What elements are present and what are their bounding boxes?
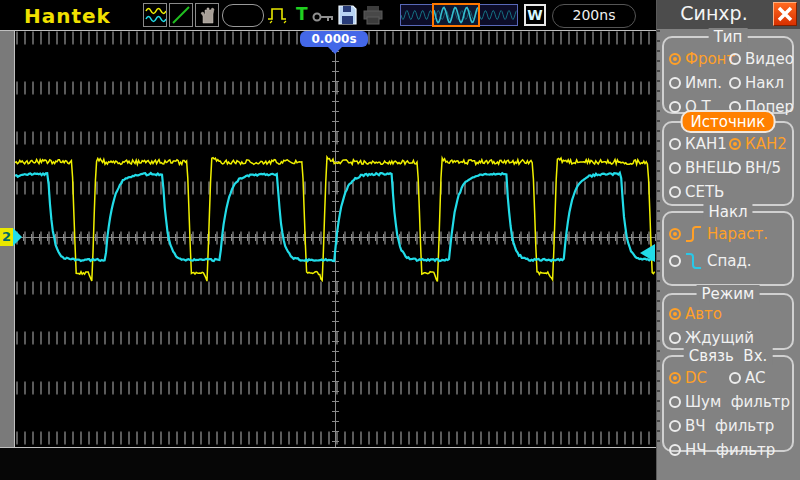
panel-title: Синхр. [657,2,771,24]
radio-icon [669,138,681,150]
section-slope-legend: Накл [703,203,752,221]
radio-icon [669,396,681,408]
close-icon[interactable] [773,2,797,26]
option-video[interactable]: Видео [729,48,794,69]
radio-icon [729,372,741,384]
radio-icon [729,53,741,65]
panel-header: Синхр. [657,0,800,29]
radio-icon [669,332,681,344]
horizontal-window-preview[interactable] [400,4,518,26]
oscilloscope-screen: Hantek T [0,0,800,480]
radio-icon [669,308,681,320]
option-ch2[interactable]: КАН2 [729,133,790,154]
radio-icon [669,101,681,113]
ramp-icon[interactable] [169,3,193,27]
timebase-readout[interactable]: 200ns [552,4,636,28]
hand-icon[interactable] [195,3,219,27]
window-mode-button[interactable]: W [524,4,546,26]
preview-window-frame[interactable] [432,3,480,27]
section-type: Тип Фронт Видео Имп. Накл О.Т. Попер [662,36,794,114]
option-dc[interactable]: DC [669,367,729,388]
option-lf-filter[interactable]: НЧ фильтр [669,439,790,460]
option-normal[interactable]: Ждущий [669,327,790,348]
waveform-display-icon[interactable] [143,3,167,27]
radio-icon [669,255,681,267]
option-pulse[interactable]: Имп. [669,72,729,93]
radio-icon [729,77,741,89]
radio-icon [669,77,681,89]
option-noise-filter[interactable]: Шум фильтр [669,391,790,412]
section-mode: Режим Авто Ждущий [662,293,794,350]
panel-edge-ticks [657,30,660,448]
message-area [222,4,264,27]
radio-icon [729,162,741,174]
key-icon [312,9,335,28]
save-icon[interactable] [337,4,358,30]
section-slope: Накл Нараст. Спад. [662,211,794,286]
toolbar: Hantek T [0,0,656,30]
brand-logo: Hantek [24,4,111,28]
trigger-indicator: T [296,4,308,24]
trigger-position-tag[interactable]: 0.000s [300,31,368,47]
pulse-icon [266,6,292,29]
radio-icon [669,186,681,198]
rising-edge-icon [685,224,703,244]
section-coupling: Связь Вх. DC AC Шум фильтр ВЧ фильтр НЧ … [662,355,794,452]
option-hf-filter[interactable]: ВЧ фильтр [669,415,790,436]
option-line[interactable]: СЕТЬ [669,181,729,202]
radio-icon [729,138,741,150]
print-icon [362,4,384,30]
option-ext[interactable]: ВНЕШ [669,157,729,178]
option-slope-type[interactable]: Накл [729,72,794,93]
waveform-svg [15,62,656,478]
status-bar: DC 20 2.00V DC 20 2.00V CH2 640mV 14.932… [0,448,656,480]
trigger-menu-panel: Синхр. Тип Фронт Видео Имп. Накл О.Т. По… [656,0,800,480]
ch2-marker-arrow-icon [13,228,22,246]
option-rising[interactable]: Нараст. [669,223,790,244]
option-falling[interactable]: Спад. [669,250,790,271]
trigger-position-pointer [328,47,342,54]
radio-icon [669,162,681,174]
section-coupling-legend: Связь Вх. [684,347,773,365]
falling-edge-icon [685,251,703,271]
ch2-ground-marker[interactable]: 2 [0,228,22,246]
option-edge[interactable]: Фронт [669,48,729,69]
section-source: Источник КАН1 КАН2 ВНЕШ ВН/5 СЕТЬ [662,121,794,206]
option-auto[interactable]: Авто [669,303,790,324]
ch2-trace [15,173,655,261]
graticule-area [0,30,656,448]
radio-icon [669,372,681,384]
radio-icon [669,53,681,65]
option-ext5[interactable]: ВН/5 [729,157,790,178]
radio-icon [669,228,681,240]
option-ac[interactable]: AC [729,367,790,388]
radio-icon [669,420,681,432]
section-mode-legend: Режим [697,285,760,303]
radio-icon [669,444,681,456]
option-ch1[interactable]: КАН1 [669,133,729,154]
ch2-marker-label: 2 [0,228,13,246]
section-type-legend: Тип [709,28,748,46]
section-source-legend: Источник [681,110,776,133]
